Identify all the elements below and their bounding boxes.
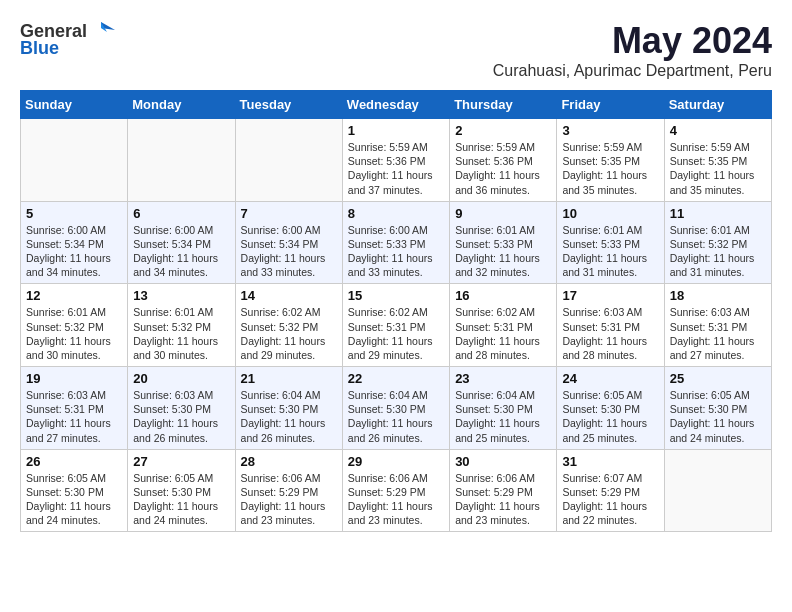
day-number: 14 <box>241 288 337 303</box>
day-number: 18 <box>670 288 766 303</box>
calendar-cell: 4Sunrise: 5:59 AM Sunset: 5:35 PM Daylig… <box>664 119 771 202</box>
calendar-cell: 12Sunrise: 6:01 AM Sunset: 5:32 PM Dayli… <box>21 284 128 367</box>
calendar-week-3: 12Sunrise: 6:01 AM Sunset: 5:32 PM Dayli… <box>21 284 772 367</box>
location-subtitle: Curahuasi, Apurimac Department, Peru <box>493 62 772 80</box>
day-info: Sunrise: 6:05 AM Sunset: 5:30 PM Dayligh… <box>562 388 658 445</box>
day-number: 21 <box>241 371 337 386</box>
day-number: 5 <box>26 206 122 221</box>
month-title: May 2024 <box>493 20 772 62</box>
day-info: Sunrise: 6:01 AM Sunset: 5:32 PM Dayligh… <box>670 223 766 280</box>
day-number: 19 <box>26 371 122 386</box>
weekday-header-tuesday: Tuesday <box>235 91 342 119</box>
calendar-cell <box>664 449 771 532</box>
day-info: Sunrise: 6:04 AM Sunset: 5:30 PM Dayligh… <box>455 388 551 445</box>
calendar-cell: 20Sunrise: 6:03 AM Sunset: 5:30 PM Dayli… <box>128 367 235 450</box>
calendar-cell: 30Sunrise: 6:06 AM Sunset: 5:29 PM Dayli… <box>450 449 557 532</box>
calendar-cell: 24Sunrise: 6:05 AM Sunset: 5:30 PM Dayli… <box>557 367 664 450</box>
calendar-cell: 3Sunrise: 5:59 AM Sunset: 5:35 PM Daylig… <box>557 119 664 202</box>
day-number: 10 <box>562 206 658 221</box>
calendar-cell: 11Sunrise: 6:01 AM Sunset: 5:32 PM Dayli… <box>664 201 771 284</box>
day-number: 31 <box>562 454 658 469</box>
day-number: 11 <box>670 206 766 221</box>
day-info: Sunrise: 6:05 AM Sunset: 5:30 PM Dayligh… <box>133 471 229 528</box>
calendar-cell: 16Sunrise: 6:02 AM Sunset: 5:31 PM Dayli… <box>450 284 557 367</box>
day-number: 25 <box>670 371 766 386</box>
day-info: Sunrise: 6:07 AM Sunset: 5:29 PM Dayligh… <box>562 471 658 528</box>
calendar-cell: 19Sunrise: 6:03 AM Sunset: 5:31 PM Dayli… <box>21 367 128 450</box>
day-number: 1 <box>348 123 444 138</box>
day-number: 6 <box>133 206 229 221</box>
weekday-header-monday: Monday <box>128 91 235 119</box>
calendar-cell: 17Sunrise: 6:03 AM Sunset: 5:31 PM Dayli… <box>557 284 664 367</box>
calendar-cell: 15Sunrise: 6:02 AM Sunset: 5:31 PM Dayli… <box>342 284 449 367</box>
day-info: Sunrise: 6:02 AM Sunset: 5:32 PM Dayligh… <box>241 305 337 362</box>
day-number: 16 <box>455 288 551 303</box>
day-info: Sunrise: 6:03 AM Sunset: 5:31 PM Dayligh… <box>26 388 122 445</box>
day-number: 7 <box>241 206 337 221</box>
weekday-header-friday: Friday <box>557 91 664 119</box>
day-number: 15 <box>348 288 444 303</box>
calendar-cell: 2Sunrise: 5:59 AM Sunset: 5:36 PM Daylig… <box>450 119 557 202</box>
calendar-cell: 31Sunrise: 6:07 AM Sunset: 5:29 PM Dayli… <box>557 449 664 532</box>
calendar-cell: 21Sunrise: 6:04 AM Sunset: 5:30 PM Dayli… <box>235 367 342 450</box>
calendar-cell: 22Sunrise: 6:04 AM Sunset: 5:30 PM Dayli… <box>342 367 449 450</box>
day-info: Sunrise: 6:06 AM Sunset: 5:29 PM Dayligh… <box>241 471 337 528</box>
day-number: 26 <box>26 454 122 469</box>
calendar-cell: 27Sunrise: 6:05 AM Sunset: 5:30 PM Dayli… <box>128 449 235 532</box>
calendar-week-4: 19Sunrise: 6:03 AM Sunset: 5:31 PM Dayli… <box>21 367 772 450</box>
calendar-cell: 1Sunrise: 5:59 AM Sunset: 5:36 PM Daylig… <box>342 119 449 202</box>
day-info: Sunrise: 6:02 AM Sunset: 5:31 PM Dayligh… <box>348 305 444 362</box>
day-number: 9 <box>455 206 551 221</box>
weekday-header-saturday: Saturday <box>664 91 771 119</box>
calendar-table: SundayMondayTuesdayWednesdayThursdayFrid… <box>20 90 772 532</box>
day-info: Sunrise: 6:04 AM Sunset: 5:30 PM Dayligh… <box>348 388 444 445</box>
day-info: Sunrise: 6:05 AM Sunset: 5:30 PM Dayligh… <box>26 471 122 528</box>
day-info: Sunrise: 6:03 AM Sunset: 5:31 PM Dayligh… <box>562 305 658 362</box>
calendar-week-1: 1Sunrise: 5:59 AM Sunset: 5:36 PM Daylig… <box>21 119 772 202</box>
day-number: 23 <box>455 371 551 386</box>
calendar-cell: 25Sunrise: 6:05 AM Sunset: 5:30 PM Dayli… <box>664 367 771 450</box>
calendar-cell <box>235 119 342 202</box>
calendar-cell: 28Sunrise: 6:06 AM Sunset: 5:29 PM Dayli… <box>235 449 342 532</box>
day-info: Sunrise: 6:03 AM Sunset: 5:30 PM Dayligh… <box>133 388 229 445</box>
calendar-cell <box>21 119 128 202</box>
calendar-body: 1Sunrise: 5:59 AM Sunset: 5:36 PM Daylig… <box>21 119 772 532</box>
day-info: Sunrise: 5:59 AM Sunset: 5:35 PM Dayligh… <box>562 140 658 197</box>
day-number: 8 <box>348 206 444 221</box>
weekday-header-thursday: Thursday <box>450 91 557 119</box>
calendar-cell: 23Sunrise: 6:04 AM Sunset: 5:30 PM Dayli… <box>450 367 557 450</box>
day-number: 27 <box>133 454 229 469</box>
day-number: 28 <box>241 454 337 469</box>
day-info: Sunrise: 6:05 AM Sunset: 5:30 PM Dayligh… <box>670 388 766 445</box>
calendar-cell: 14Sunrise: 6:02 AM Sunset: 5:32 PM Dayli… <box>235 284 342 367</box>
day-number: 13 <box>133 288 229 303</box>
day-info: Sunrise: 5:59 AM Sunset: 5:35 PM Dayligh… <box>670 140 766 197</box>
day-info: Sunrise: 6:06 AM Sunset: 5:29 PM Dayligh… <box>455 471 551 528</box>
calendar-cell: 26Sunrise: 6:05 AM Sunset: 5:30 PM Dayli… <box>21 449 128 532</box>
calendar-header: SundayMondayTuesdayWednesdayThursdayFrid… <box>21 91 772 119</box>
calendar-cell: 10Sunrise: 6:01 AM Sunset: 5:33 PM Dayli… <box>557 201 664 284</box>
day-number: 29 <box>348 454 444 469</box>
calendar-cell: 6Sunrise: 6:00 AM Sunset: 5:34 PM Daylig… <box>128 201 235 284</box>
day-info: Sunrise: 6:01 AM Sunset: 5:32 PM Dayligh… <box>133 305 229 362</box>
day-info: Sunrise: 5:59 AM Sunset: 5:36 PM Dayligh… <box>455 140 551 197</box>
calendar-cell: 5Sunrise: 6:00 AM Sunset: 5:34 PM Daylig… <box>21 201 128 284</box>
day-number: 30 <box>455 454 551 469</box>
day-info: Sunrise: 6:02 AM Sunset: 5:31 PM Dayligh… <box>455 305 551 362</box>
calendar-week-5: 26Sunrise: 6:05 AM Sunset: 5:30 PM Dayli… <box>21 449 772 532</box>
day-info: Sunrise: 6:00 AM Sunset: 5:34 PM Dayligh… <box>133 223 229 280</box>
day-info: Sunrise: 6:04 AM Sunset: 5:30 PM Dayligh… <box>241 388 337 445</box>
day-info: Sunrise: 6:01 AM Sunset: 5:32 PM Dayligh… <box>26 305 122 362</box>
calendar-cell: 13Sunrise: 6:01 AM Sunset: 5:32 PM Dayli… <box>128 284 235 367</box>
logo: General Blue <box>20 20 115 59</box>
day-info: Sunrise: 6:06 AM Sunset: 5:29 PM Dayligh… <box>348 471 444 528</box>
day-number: 20 <box>133 371 229 386</box>
day-number: 17 <box>562 288 658 303</box>
day-info: Sunrise: 6:00 AM Sunset: 5:34 PM Dayligh… <box>26 223 122 280</box>
calendar-cell: 18Sunrise: 6:03 AM Sunset: 5:31 PM Dayli… <box>664 284 771 367</box>
day-number: 12 <box>26 288 122 303</box>
day-info: Sunrise: 5:59 AM Sunset: 5:36 PM Dayligh… <box>348 140 444 197</box>
day-info: Sunrise: 6:03 AM Sunset: 5:31 PM Dayligh… <box>670 305 766 362</box>
calendar-cell <box>128 119 235 202</box>
day-number: 4 <box>670 123 766 138</box>
